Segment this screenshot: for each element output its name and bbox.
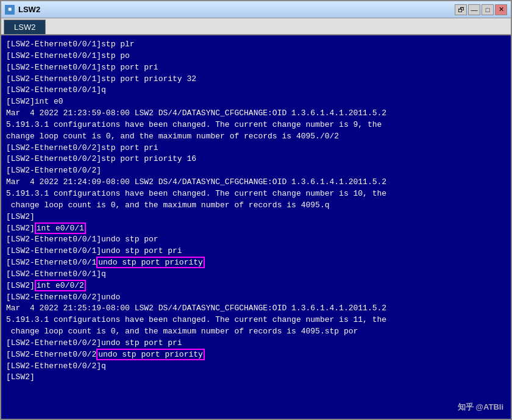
terminal-line: [LSW2-Ethernet0/0/1]q: [6, 269, 506, 280]
terminal-line: change loop count is 0, and the maximum …: [6, 200, 506, 212]
title-bar: ■ LSW2 🗗 — □ ✕: [1, 1, 511, 18]
highlighted-command: int e0/0/2: [35, 280, 86, 291]
terminal-line: [LSW2-Ethernet0/0/1​undo stp port priori…: [6, 257, 506, 269]
terminal-line: change loop count is 0, and the maximum …: [6, 326, 506, 338]
terminal-line: Mar 4 2022 21:24:09-08:00 LSW2 DS/4/DATA…: [6, 177, 506, 188]
terminal-line: [LSW2]int e0/0/2: [6, 280, 506, 292]
terminal-line: [LSW2-Ethernet0/0/2]: [6, 165, 506, 177]
title-bar-left: ■ LSW2: [5, 5, 40, 15]
terminal-line: [LSW2-Ethernet0/0/1]q: [6, 85, 506, 96]
terminal-line: [LSW2-Ethernet0/0/1]undo stp port pri: [6, 246, 506, 257]
terminal-line: [LSW2]: [6, 372, 506, 383]
restore-button[interactable]: 🗗: [455, 4, 467, 15]
highlighted-command: int e0/0/1: [35, 222, 86, 234]
terminal-line: [LSW2-Ethernet0/0/2]stp port pri: [6, 143, 506, 154]
window-title: LSW2: [18, 5, 40, 14]
minimize-button[interactable]: —: [468, 4, 480, 15]
main-window: ■ LSW2 🗗 — □ ✕ LSW2 [LSW2-Ethernet0/0/1]…: [0, 0, 512, 420]
terminal-line: [LSW2-Ethernet0/0/1]stp po: [6, 51, 506, 62]
highlighted-command: undo stp port priority: [96, 349, 205, 360]
terminal-line: [LSW2]int e0: [6, 96, 506, 108]
terminal-line: [LSW2-Ethernet0/0/2]q: [6, 361, 506, 372]
terminal-line: [LSW2-Ethernet0/0/1]stp port pri: [6, 62, 506, 74]
terminal-line: [LSW2]int e0/0/1: [6, 223, 506, 235]
maximize-button[interactable]: □: [482, 4, 494, 15]
title-controls: 🗗 — □ ✕: [455, 4, 507, 15]
terminal-line: 5.191.3.1 configurations have been chang…: [6, 188, 506, 200]
terminal-line: 5.191.3.1 configurations have been chang…: [6, 315, 506, 326]
highlighted-command: undo stp port priority: [96, 257, 205, 268]
terminal-line: [LSW2-Ethernet0/0/2​undo stp port priori…: [6, 349, 506, 361]
terminal-line: [LSW2-Ethernet0/0/1]stp plr: [6, 39, 506, 51]
watermark: 知乎 @ATBli: [458, 402, 503, 413]
terminal-line: [LSW2-Ethernet0/0/2]undo: [6, 292, 506, 304]
terminal-line: change loop count is 0, and the maximum …: [6, 131, 506, 143]
terminal-line: [LSW2-Ethernet0/0/2]stp port priority 16: [6, 154, 506, 165]
terminal-line: Mar 4 2022 21:25:19-08:00 LSW2 DS/4/DATA…: [6, 303, 506, 315]
terminal-area[interactable]: [LSW2-Ethernet0/0/1]stp plr[LSW2-Etherne…: [1, 35, 511, 419]
terminal-line: [LSW2-Ethernet0/0/2]undo stp port pri: [6, 338, 506, 349]
terminal-line: [LSW2]: [6, 212, 506, 223]
terminal-line: [LSW2-Ethernet0/0/1]stp port priority 32: [6, 74, 506, 85]
tab-lsw2[interactable]: LSW2: [4, 20, 46, 34]
terminal-line: 5.191.3.1 configurations have been chang…: [6, 119, 506, 131]
app-icon: ■: [5, 5, 15, 15]
close-button[interactable]: ✕: [495, 4, 507, 15]
tab-bar: LSW2: [1, 18, 511, 35]
terminal-line: Mar 4 2022 21:23:59-08:00 LSW2 DS/4/DATA…: [6, 108, 506, 119]
terminal-line: [LSW2-Ethernet0/0/1]undo stp por: [6, 234, 506, 246]
